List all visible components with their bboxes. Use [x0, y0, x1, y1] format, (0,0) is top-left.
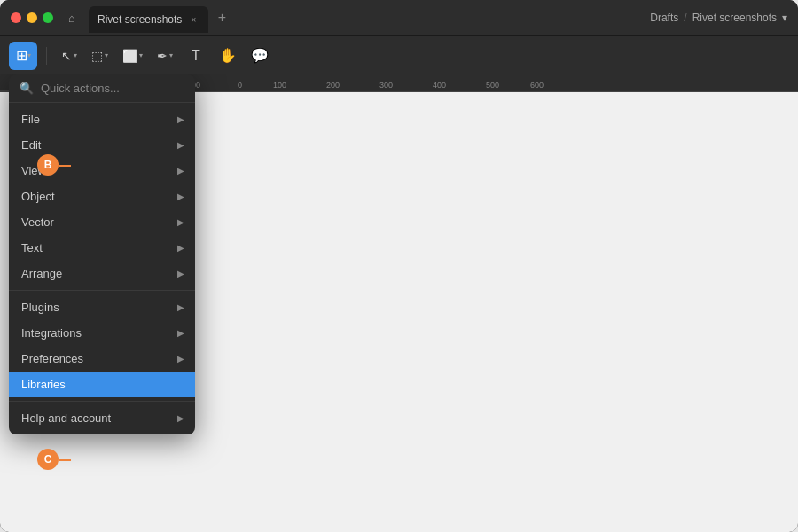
chevron-right-icon: ▶ — [177, 217, 184, 227]
chevron-right-icon: ▶ — [177, 302, 184, 312]
comment-icon: 💬 — [251, 47, 269, 64]
menu-item-text[interactable]: Text ▶ — [9, 235, 195, 261]
shape-dropdown-arrow: ▾ — [139, 51, 143, 59]
breadcrumb-page: Rivet screenshots — [692, 12, 777, 24]
search-icon: 🔍 — [20, 82, 34, 95]
menu-dropdown-arrow: ▾ — [27, 51, 31, 59]
shape-icon: ⬜ — [122, 49, 137, 63]
toolbar-separator-1 — [46, 47, 47, 65]
menu-item-vector[interactable]: Vector ▶ — [9, 209, 195, 235]
chevron-right-icon: ▶ — [177, 269, 184, 278]
hand-icon: ✋ — [219, 47, 237, 64]
menu-section-3: Help and account ▶ — [9, 401, 195, 434]
breadcrumb-drafts: Drafts — [650, 12, 678, 24]
tab-label: Rivet screenshots — [98, 13, 182, 26]
menu-search-bar[interactable]: 🔍 ⌘/ — [9, 74, 195, 103]
pen-tool[interactable]: ✒ ▾ — [152, 42, 178, 70]
frame-icon: ⬚ — [91, 49, 103, 63]
pen-dropdown-arrow: ▾ — [169, 51, 173, 59]
ruler-tick: 200 — [326, 81, 340, 90]
chevron-right-icon: ▶ — [177, 192, 184, 201]
comment-tool[interactable]: 💬 — [246, 42, 274, 70]
menu-item-arrange[interactable]: Arrange ▶ — [9, 261, 195, 286]
app-window: ⌂ Rivet screenshots × + Drafts / Rivet s… — [0, 0, 798, 532]
ruler-tick: 0 — [238, 81, 242, 90]
active-tab[interactable]: Rivet screenshots × — [89, 6, 208, 33]
chevron-right-icon: ▶ — [177, 243, 184, 253]
home-icon[interactable]: ⌂ — [62, 8, 82, 27]
menu-section-1: File ▶ Edit ▶ View ▶ Object ▶ — [9, 103, 195, 290]
grid-icon: ⊞ — [16, 47, 27, 64]
chevron-right-icon: ▶ — [177, 114, 184, 124]
ruler-tick: 600 — [530, 81, 544, 90]
menu-item-libraries[interactable]: Libraries — [9, 372, 195, 397]
frame-dropdown-arrow: ▾ — [105, 51, 108, 59]
shape-tool[interactable]: ⬜ ▾ — [117, 42, 148, 70]
close-traffic-light[interactable] — [11, 12, 21, 23]
breadcrumb-separator: / — [684, 12, 686, 24]
toolbar: ⊞ ▾ ↖ ▾ ⬚ ▾ ⬜ ▾ ✒ ▾ T ✋ 💬 — [0, 35, 798, 74]
title-bar: ⌂ Rivet screenshots × + Drafts / Rivet s… — [0, 0, 798, 35]
quick-actions-input[interactable] — [41, 82, 190, 95]
text-icon: T — [192, 48, 200, 64]
ruler-tick: 300 — [379, 81, 393, 90]
menu-item-file[interactable]: File ▶ — [9, 106, 195, 132]
main-menu-button[interactable]: ⊞ ▾ — [9, 42, 37, 70]
text-tool[interactable]: T — [182, 42, 210, 70]
annotation-c: C — [37, 449, 59, 470]
ruler-tick: 100 — [273, 81, 286, 90]
chevron-right-icon: ▶ — [177, 413, 184, 423]
menu-item-edit[interactable]: Edit ▶ — [9, 132, 195, 158]
maximize-traffic-light[interactable] — [43, 12, 53, 23]
annotation-b-line — [59, 165, 71, 167]
canvas-area: -400 -300 -200 -100 0 100 200 300 400 50… — [0, 74, 798, 532]
traffic-lights — [11, 12, 53, 23]
chevron-right-icon: ▶ — [177, 140, 184, 150]
minimize-traffic-light[interactable] — [27, 12, 37, 23]
chevron-right-icon: ▶ — [177, 354, 184, 364]
annotation-c-line — [59, 459, 71, 461]
menu-item-plugins[interactable]: Plugins ▶ — [9, 294, 195, 320]
menu-item-object[interactable]: Object ▶ — [9, 184, 195, 209]
hand-tool[interactable]: ✋ — [214, 42, 242, 70]
ruler-tick: 500 — [486, 81, 499, 90]
menu-item-preferences[interactable]: Preferences ▶ — [9, 346, 195, 372]
main-area: B C -400 -300 -200 -100 0 100 200 300 40… — [0, 74, 798, 532]
breadcrumb-dropdown-icon[interactable]: ▾ — [782, 12, 787, 24]
pen-icon: ✒ — [157, 49, 168, 63]
ruler-tick: 400 — [433, 81, 446, 90]
menu-item-integrations[interactable]: Integrations ▶ — [9, 320, 195, 346]
frame-tool[interactable]: ⬚ ▾ — [86, 42, 113, 70]
tab-close-button[interactable]: × — [187, 13, 200, 26]
menu-section-2: Plugins ▶ Integrations ▶ Preferences ▶ L… — [9, 290, 195, 401]
arrow-icon: ↖ — [61, 49, 72, 63]
menu-item-help-account[interactable]: Help and account ▶ — [9, 405, 195, 431]
select-tool[interactable]: ↖ ▾ — [56, 42, 82, 70]
breadcrumb: Drafts / Rivet screenshots ▾ — [231, 12, 787, 24]
new-tab-button[interactable]: + — [212, 8, 231, 27]
annotation-b: B — [37, 154, 59, 176]
select-dropdown-arrow: ▾ — [74, 51, 77, 59]
chevron-right-icon: ▶ — [177, 166, 184, 176]
chevron-right-icon: ▶ — [177, 328, 184, 338]
main-dropdown-menu: 🔍 ⌘/ File ▶ Edit ▶ View — [9, 74, 195, 434]
